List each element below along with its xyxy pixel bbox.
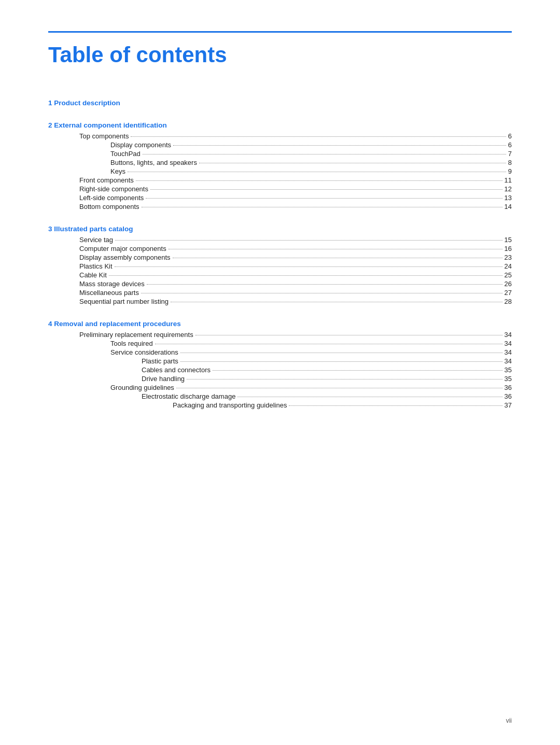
entry-label: Buttons, lights, and speakers <box>110 159 197 166</box>
toc-section-s1: 1 Product description <box>48 99 512 107</box>
entry-page-num: 37 <box>505 401 512 409</box>
entry-label: Service tag <box>79 236 113 244</box>
entry-page-num: 34 <box>505 348 512 356</box>
toc-entry[interactable]: Right-side components12 <box>48 185 512 193</box>
toc-entry[interactable]: Preliminary replacement requirements34 <box>48 331 512 339</box>
page-title: Table of contents <box>48 42 512 68</box>
toc-section-s4: 4 Removal and replacement proceduresPrel… <box>48 320 512 409</box>
entry-page-num: 36 <box>505 392 512 400</box>
toc-entry[interactable]: Computer major components16 <box>48 245 512 252</box>
toc-section-s2: 2 External component identificationTop c… <box>48 121 512 210</box>
entry-label: Service considerations <box>110 348 178 356</box>
toc-entry[interactable]: Service considerations34 <box>48 348 512 356</box>
top-rule <box>48 31 512 33</box>
entry-dots <box>199 163 506 163</box>
entry-page-num: 14 <box>505 203 512 210</box>
entry-page-num: 12 <box>505 185 512 193</box>
entry-dots <box>146 198 502 199</box>
entry-page-num: 34 <box>505 340 512 347</box>
entry-dots <box>237 397 502 397</box>
toc-entry[interactable]: Cables and connectors35 <box>48 366 512 374</box>
entry-dots <box>115 266 502 267</box>
toc-entry[interactable]: Tools required34 <box>48 340 512 347</box>
entry-label: Plastic parts <box>142 357 178 365</box>
toc-entry[interactable]: Keys9 <box>48 167 512 175</box>
toc-entry[interactable]: Miscellaneous parts27 <box>48 289 512 297</box>
section-heading-s4[interactable]: 4 Removal and replacement procedures <box>48 320 512 328</box>
entry-label: Electrostatic discharge damage <box>142 392 235 400</box>
section-heading-s3[interactable]: 3 Illustrated parts catalog <box>48 225 512 233</box>
entry-page-num: 9 <box>508 167 512 175</box>
entry-dots <box>180 353 502 353</box>
toc-section-s3: 3 Illustrated parts catalogService tag15… <box>48 225 512 305</box>
entry-page-num: 15 <box>505 236 512 244</box>
toc-entry[interactable]: Electrostatic discharge damage36 <box>48 392 512 400</box>
entry-page-num: 7 <box>508 150 512 158</box>
entry-dots <box>115 240 502 241</box>
toc-entry[interactable]: TouchPad7 <box>48 150 512 158</box>
toc-entry[interactable]: Top components6 <box>48 132 512 140</box>
entry-label: Preliminary replacement requirements <box>79 331 193 339</box>
entry-label: Keys <box>110 167 125 175</box>
entry-dots <box>213 370 502 371</box>
entry-page-num: 35 <box>505 375 512 383</box>
entry-label: Display components <box>110 141 171 149</box>
entry-page-num: 23 <box>505 254 512 261</box>
entry-page-num: 34 <box>505 331 512 339</box>
toc-entry[interactable]: Buttons, lights, and speakers8 <box>48 159 512 166</box>
entry-page-num: 28 <box>505 298 512 305</box>
entry-label: Miscellaneous parts <box>79 289 139 297</box>
entry-label: Front components <box>79 176 134 184</box>
entry-dots <box>155 344 502 344</box>
entry-page-num: 35 <box>505 366 512 374</box>
entry-label: Tools required <box>110 340 153 347</box>
toc-entry[interactable]: Plastics Kit24 <box>48 262 512 270</box>
toc-entry[interactable]: Display components6 <box>48 141 512 149</box>
entry-label: Display assembly components <box>79 254 171 261</box>
entry-page-num: 8 <box>508 159 512 166</box>
entry-page-num: 26 <box>505 280 512 288</box>
entry-label: Left-side components <box>79 194 144 202</box>
entry-page-num: 24 <box>505 262 512 270</box>
toc-entry[interactable]: Service tag15 <box>48 236 512 244</box>
toc-entry[interactable]: Front components11 <box>48 176 512 184</box>
toc-entry[interactable]: Mass storage devices26 <box>48 280 512 288</box>
entry-label: Packaging and transporting guidelines <box>173 401 287 409</box>
entry-dots <box>147 284 502 285</box>
entry-page-num: 13 <box>505 194 512 202</box>
entry-page-num: 11 <box>505 176 512 184</box>
section-heading-s2[interactable]: 2 External component identification <box>48 121 512 129</box>
entry-dots <box>143 154 506 154</box>
entry-dots <box>136 180 502 181</box>
entry-dots <box>289 405 502 406</box>
entry-label: Grounding guidelines <box>110 384 174 391</box>
toc-entry[interactable]: Packaging and transporting guidelines37 <box>48 401 512 409</box>
page-footer: vii <box>506 717 512 724</box>
toc-container: 1 Product description2 External componen… <box>48 99 512 409</box>
entry-dots <box>142 207 502 207</box>
entry-label: Computer major components <box>79 245 166 252</box>
entry-page-num: 6 <box>508 132 512 140</box>
entry-dots <box>171 302 502 302</box>
toc-entry[interactable]: Left-side components13 <box>48 194 512 202</box>
entry-label: Plastics Kit <box>79 262 113 270</box>
toc-entry[interactable]: Plastic parts34 <box>48 357 512 365</box>
toc-entry[interactable]: Bottom components14 <box>48 203 512 210</box>
toc-entry[interactable]: Sequential part number listing28 <box>48 298 512 305</box>
toc-entry[interactable]: Cable Kit25 <box>48 271 512 279</box>
toc-entry[interactable]: Display assembly components23 <box>48 254 512 261</box>
entry-dots <box>195 335 502 335</box>
entry-dots <box>187 379 502 379</box>
entry-page-num: 6 <box>508 141 512 149</box>
entry-dots <box>176 388 502 388</box>
entry-dots <box>173 145 506 146</box>
entry-dots <box>180 361 502 362</box>
section-heading-s1[interactable]: 1 Product description <box>48 99 512 107</box>
entry-label: Drive handling <box>142 375 185 383</box>
entry-page-num: 16 <box>505 245 512 252</box>
entry-label: Mass storage devices <box>79 280 145 288</box>
entry-page-num: 36 <box>505 384 512 391</box>
toc-entry[interactable]: Grounding guidelines36 <box>48 384 512 391</box>
toc-entry[interactable]: Drive handling35 <box>48 375 512 383</box>
entry-dots <box>169 249 502 249</box>
